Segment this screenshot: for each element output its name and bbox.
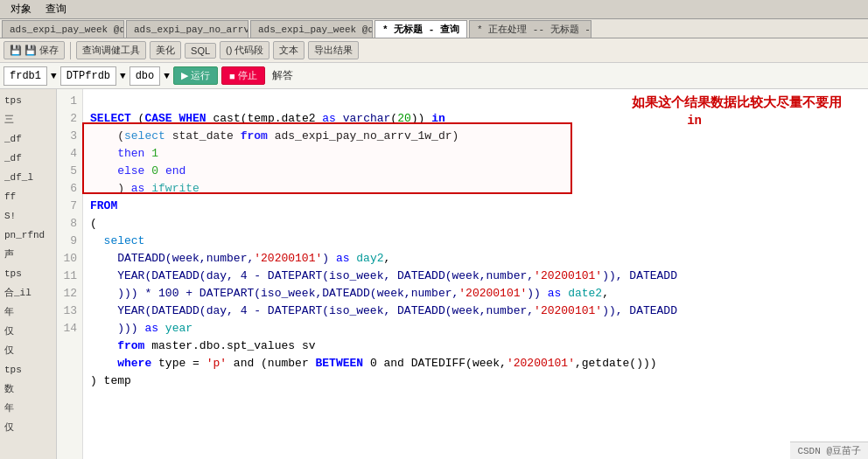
main-layout: tps 三 _df _df _df_l ff S! pn_rfnd 声 tps … (0, 89, 868, 459)
sql-button[interactable]: SQL (185, 43, 216, 59)
line-12: from master.dbo.spt_values sv (90, 339, 315, 352)
sidebar-item-s[interactable]: S! (2, 206, 54, 226)
status-bar: CSDN @豆苗子 (790, 442, 868, 459)
sidebar-item-san[interactable]: 三 (2, 110, 54, 129)
line-numbers: 1 2 3 4 5 6 7 8 9 10 11 12 13 14 (57, 89, 83, 459)
line-num-4: 4 (57, 145, 82, 163)
server-arrow-icon: ▼ (51, 71, 57, 81)
line-7: ( (90, 217, 97, 230)
line-6: FROM (90, 199, 117, 212)
status-text: CSDN @豆苗子 (797, 446, 861, 456)
save-label: 💾 保存 (24, 44, 59, 57)
sidebar-item-ff[interactable]: ff (2, 187, 54, 206)
stop-label: 停止 (238, 69, 257, 82)
sidebar-item-tps2[interactable]: tps (2, 264, 54, 283)
sidebar-item-il[interactable]: 合_il (2, 283, 54, 303)
sql-label: SQL (191, 45, 210, 56)
query-tools-button[interactable]: 查询调健工具 (76, 41, 146, 59)
sidebar-item-df2[interactable]: _df (2, 149, 54, 168)
tab-5[interactable]: * 正在处理 -- 无标题 - 查询 (469, 20, 592, 38)
sidebar-item-tps3[interactable]: tps (2, 360, 54, 379)
line-2: (select stat_date from ads_expi_pay_no_a… (90, 129, 458, 143)
tab-1[interactable]: ads_expi_pay_week @dtpfrd... (2, 20, 124, 38)
schema-label: dbo (130, 66, 161, 86)
editor-area[interactable]: 如果这个结果数据比较大尽量不要用 in 1 2 3 4 5 6 7 8 9 10… (57, 89, 868, 459)
line-num-3: 3 (57, 128, 82, 145)
code-segment-button[interactable]: () 代码段 (220, 41, 270, 59)
line-13: where type = 'p' and (number BETWEEN 0 a… (90, 357, 657, 370)
line-4: else 0 end (90, 164, 186, 177)
code-container: 1 2 3 4 5 6 7 8 9 10 11 12 13 14 SELECT … (57, 89, 868, 459)
line-8: select (90, 234, 144, 247)
line-num-6: 6 (57, 180, 82, 198)
stop-icon: ■ (229, 71, 235, 81)
tab-3[interactable]: ads_expi_pay_week @dtpfrd... (250, 20, 373, 38)
run-icon: ▶ (181, 70, 188, 81)
line-num-8: 8 (57, 215, 82, 233)
line-num-14: 14 (57, 320, 82, 337)
line-11-cont: ))) as year (90, 322, 192, 335)
menu-query[interactable]: 查询 (38, 0, 74, 18)
tab-2[interactable]: ads_expi_pay_no_arrv_1w_d... (126, 20, 248, 38)
schema-arrow-icon: ▼ (164, 71, 170, 81)
tab-bar: ads_expi_pay_week @dtpfrd... ads_expi_pa… (0, 19, 868, 38)
stop-button[interactable]: ■ 停止 (221, 66, 265, 85)
result-label: 解答 (272, 68, 293, 83)
line-9: DATEADD(week,number,'20200101') as day2, (90, 252, 390, 265)
beautify-button[interactable]: 美化 (150, 41, 181, 59)
sidebar-item-dfl[interactable]: _df_l (2, 168, 54, 187)
export-label: 导出结果 (314, 44, 353, 57)
code-label: () 代码段 (226, 44, 263, 57)
code-editor[interactable]: SELECT (CASE WHEN cast(temp.date2 as var… (83, 89, 868, 459)
run-button[interactable]: ▶ 运行 (173, 66, 218, 85)
main-toolbar: 💾 💾 保存 查询调健工具 美化 SQL () 代码段 文本 导出结果 (0, 38, 868, 63)
menu-object[interactable]: 对象 (4, 0, 38, 18)
sidebar-item-df1[interactable]: _df (2, 129, 54, 149)
text-label: 文本 (279, 44, 298, 57)
line-10-cont: ))) * 100 + DATEPART(iso_week,DATEADD(we… (90, 287, 609, 300)
line-num-5: 5 (57, 163, 82, 180)
line-10: YEAR(DATEADD(day, 4 - DATEPART(iso_week,… (90, 269, 677, 282)
tools-label: 查询调健工具 (82, 44, 140, 57)
save-button[interactable]: 💾 💾 保存 (4, 41, 65, 59)
sidebar-item-sheng[interactable]: 声 (2, 245, 54, 264)
annotation-text: 如果这个结果数据比较大尽量不要用 (632, 94, 842, 111)
beautify-label: 美化 (156, 44, 175, 57)
sidebar: tps 三 _df _df _df_l ff S! pn_rfnd 声 tps … (0, 89, 57, 459)
line-num-11: 11 (57, 268, 82, 285)
sidebar-item-nian1[interactable]: 年 (2, 303, 54, 322)
sidebar-item-shu[interactable]: 数 (2, 379, 54, 399)
schema-selector[interactable]: dbo ▼ (130, 66, 170, 86)
server-selector[interactable]: frdb1 ▼ (4, 66, 57, 86)
line-num-9: 9 (57, 233, 82, 250)
line-1: SELECT (CASE WHEN cast(temp.date2 as var… (90, 112, 445, 125)
export-button[interactable]: 导出结果 (308, 41, 359, 59)
run-label: 运行 (191, 69, 210, 82)
toolbar-separator (70, 42, 71, 59)
sidebar-item-ji3[interactable]: 仅 (2, 418, 54, 437)
line-num-13: 13 (57, 303, 82, 320)
tab-4-active[interactable]: * 无标题 - 查询 (374, 20, 467, 38)
line-num-2: 2 (57, 110, 82, 128)
db-selector[interactable]: DTPfrdb ▼ (60, 66, 126, 86)
sidebar-item-nian2[interactable]: 年 (2, 399, 54, 418)
line-num-10: 10 (57, 250, 82, 268)
sidebar-item-tps1[interactable]: tps (2, 91, 54, 110)
db-label: DTPfrdb (60, 66, 116, 86)
line-14: ) temp (90, 374, 131, 387)
line-num-1: 1 (57, 93, 82, 110)
line-3: then 1 (90, 147, 158, 160)
annotation-in: in (687, 114, 702, 128)
save-icon: 💾 (10, 45, 22, 56)
db-arrow-icon: ▼ (120, 71, 126, 81)
sidebar-item-pn[interactable]: pn_rfnd (2, 226, 54, 245)
text-button[interactable]: 文本 (273, 41, 304, 59)
server-label: frdb1 (4, 66, 47, 86)
line-5: ) as ifwrite (90, 182, 200, 195)
line-11: YEAR(DATEADD(day, 4 - DATEPART(iso_week,… (90, 304, 677, 317)
line-num-12: 12 (57, 285, 82, 303)
top-menu-bar: 对象 查询 (0, 0, 868, 19)
sidebar-item-ji1[interactable]: 仅 (2, 322, 54, 341)
sidebar-item-ji2[interactable]: 仅 (2, 341, 54, 360)
line-num-7: 7 (57, 198, 82, 215)
